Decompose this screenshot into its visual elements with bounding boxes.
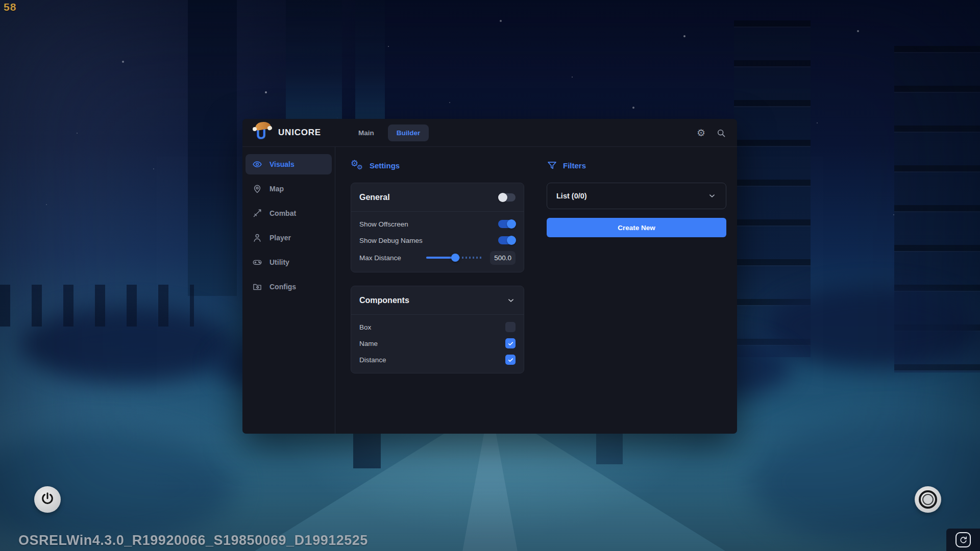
setting-row-max-distance: Max Distance 500.0 [351, 248, 524, 267]
sidebar-item-utility[interactable]: Utility [246, 252, 332, 272]
sidebar-item-label: Visuals [270, 160, 295, 168]
corner-toolbar [946, 529, 980, 551]
show-offscreen-toggle[interactable] [498, 220, 516, 228]
sidebar-item-combat[interactable]: Combat [246, 203, 332, 223]
sidebar-item-label: Map [270, 185, 284, 193]
create-new-button[interactable]: Create New [547, 218, 726, 237]
max-distance-slider[interactable] [426, 257, 483, 259]
power-icon [40, 491, 55, 508]
settings-header: ⚙⚙ Settings [351, 158, 524, 172]
sidebar-item-label: Combat [270, 209, 296, 217]
filter-icon [547, 160, 557, 171]
component-row-name: Name [351, 335, 524, 352]
settings-gears-icon: ⚙⚙ [351, 159, 364, 171]
general-card-header: General [351, 183, 524, 212]
component-row-box: Box [351, 319, 524, 335]
max-distance-value: 500.0 [490, 251, 516, 265]
components-title: Components [359, 296, 409, 305]
eye-icon [252, 159, 262, 169]
header-actions: ⚙ [697, 128, 726, 138]
search-icon[interactable] [716, 128, 726, 138]
player-icon [252, 233, 262, 243]
sidebar-item-label: Player [270, 234, 291, 242]
sidebar: Visuals Map Combat Player [242, 147, 335, 434]
filters-header: Filters [547, 158, 726, 172]
sidebar-item-configs[interactable]: Configs [246, 277, 332, 297]
filters-column: Filters List (0/0) Create New [547, 147, 726, 434]
tab-builder[interactable]: Builder [388, 124, 429, 141]
general-card: General Show Offscreen Show Debug Names [351, 183, 524, 272]
slider-thumb[interactable] [451, 254, 459, 262]
component-row-distance: Distance [351, 352, 524, 368]
refresh-button[interactable] [955, 532, 971, 547]
gamepad-icon [252, 257, 262, 267]
chevron-down-icon [506, 296, 516, 305]
settings-column: ⚙⚙ Settings General Show Offscreen [351, 147, 524, 434]
setting-row-show-debug-names: Show Debug Names [351, 232, 524, 248]
sidebar-item-player[interactable]: Player [246, 228, 332, 248]
components-card-header[interactable]: Components [351, 286, 524, 315]
window-header: U UNICORE Main Builder ⚙ [242, 119, 737, 147]
general-master-toggle[interactable] [498, 193, 516, 202]
map-pin-icon [252, 184, 262, 194]
sidebar-item-visuals[interactable]: Visuals [246, 154, 332, 174]
build-version-text: OSRELWin4.3.0_R19920066_S19850069_D19912… [18, 533, 368, 548]
unicore-logo-icon: U [254, 122, 273, 143]
sidebar-item-label: Utility [270, 258, 289, 266]
gear-icon[interactable]: ⚙ [697, 128, 705, 138]
box-checkbox[interactable] [505, 322, 516, 332]
lens-icon [919, 490, 937, 509]
tab-bar: Main Builder [350, 124, 429, 141]
tab-main[interactable]: Main [350, 124, 383, 141]
power-button[interactable] [34, 486, 61, 513]
general-title: General [359, 193, 390, 202]
chevron-down-icon [707, 191, 717, 201]
check-icon [507, 340, 514, 347]
sidebar-item-label: Configs [270, 283, 296, 291]
folder-icon [252, 282, 262, 292]
sidebar-item-map[interactable]: Map [246, 179, 332, 199]
filter-list-dropdown[interactable]: List (0/0) [547, 183, 726, 209]
show-debug-names-toggle[interactable] [498, 236, 516, 244]
settings-title: Settings [370, 161, 400, 170]
name-checkbox[interactable] [505, 338, 516, 348]
lens-button[interactable] [915, 486, 941, 513]
refresh-icon [959, 536, 968, 544]
check-icon [507, 357, 514, 363]
components-card: Components Box Name [351, 286, 524, 373]
filters-title: Filters [563, 161, 586, 170]
setting-row-show-offscreen: Show Offscreen [351, 216, 524, 232]
unicore-window: U UNICORE Main Builder ⚙ Visuals [242, 119, 737, 434]
sword-icon [252, 208, 262, 218]
dropdown-value: List (0/0) [556, 192, 587, 200]
brand-title: UNICORE [278, 128, 321, 138]
fps-counter: 58 [4, 1, 16, 13]
distance-checkbox[interactable] [505, 355, 516, 365]
